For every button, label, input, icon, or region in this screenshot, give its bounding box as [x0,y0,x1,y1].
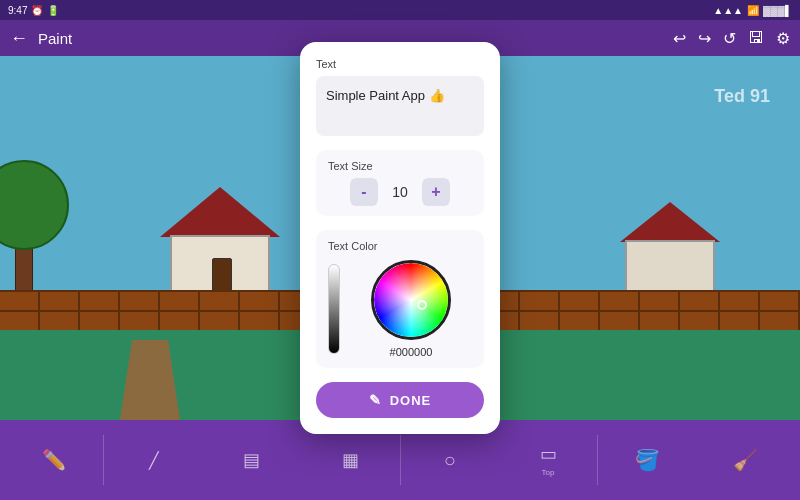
text-size-label: Text Size [328,160,472,172]
bucket-tool[interactable]: 🪣 [600,428,694,492]
color-wheel-container: #000000 [350,260,472,358]
text-input-area[interactable]: Simple Paint App 👍 [316,76,484,136]
done-button[interactable]: ✎ DONE [316,382,484,418]
save-button[interactable]: 🖫 [748,29,764,47]
line-icon: ╱ [149,451,159,470]
done-icon: ✎ [369,392,382,408]
rect-icon: ▭ [540,443,557,465]
dialog-overlay: Text Simple Paint App 👍 Text Size - 10 +… [0,56,800,420]
wifi-icon: ▲▲▲ [713,5,743,16]
grid-tool[interactable]: ▦ [303,428,397,492]
battery-icon: 🔋 [47,5,59,16]
pencil-tool[interactable]: ✏️ [7,428,101,492]
eraser-tool[interactable]: 🧹 [699,428,793,492]
rect-tool[interactable]: ▭ Top [501,428,595,492]
color-picker-area: #000000 [328,260,472,358]
fill-lines-icon: ▤ [243,449,260,471]
time-display: 9:47 [8,5,27,16]
status-bar-left: 9:47 ⏰ 🔋 [8,5,59,16]
text-color-section: Text Color [316,230,484,368]
svg-point-2 [376,265,446,335]
text-color-label: Text Color [328,240,472,252]
color-wheel[interactable] [371,260,451,340]
text-dialog: Text Simple Paint App 👍 Text Size - 10 +… [300,42,500,434]
back-button[interactable]: ← [10,28,28,49]
status-bar-right: ▲▲▲ 📶 ▓▓▓▌ [713,5,792,16]
grid-icon: ▦ [342,449,359,471]
reset-button[interactable]: ↺ [723,29,736,48]
text-section-label: Text [316,58,484,70]
ellipse-icon: ○ [444,449,456,472]
settings-button[interactable]: ⚙ [776,29,790,48]
decrement-size-button[interactable]: - [350,178,378,206]
eraser-icon: 🧹 [733,448,758,472]
fill-lines-tool[interactable]: ▤ [205,428,299,492]
signal-bars: 📶 [747,5,759,16]
increment-size-button[interactable]: + [422,178,450,206]
done-label: DONE [390,393,432,408]
divider-3 [597,435,598,485]
text-input-value: Simple Paint App 👍 [326,88,445,103]
status-bar: 9:47 ⏰ 🔋 ▲▲▲ 📶 ▓▓▓▌ [0,0,800,20]
rect-tool-label: Top [542,468,555,477]
divider-2 [400,435,401,485]
bucket-icon: 🪣 [635,448,660,472]
line-tool[interactable]: ╱ [106,428,200,492]
undo-button[interactable]: ↩ [673,29,686,48]
brightness-strip[interactable] [328,264,340,354]
ellipse-tool[interactable]: ○ [403,428,497,492]
battery-level: ▓▓▓▌ [763,5,792,16]
redo-button[interactable]: ↪ [698,29,711,48]
divider-1 [103,435,104,485]
text-size-controls: - 10 + [328,178,472,206]
color-hex-value: #000000 [390,346,433,358]
size-value-display: 10 [388,184,412,200]
alarm-icon: ⏰ [31,5,43,16]
text-size-section: Text Size - 10 + [316,150,484,216]
toolbar-actions: ↩ ↪ ↺ 🖫 ⚙ [673,29,790,48]
pencil-icon: ✏️ [42,448,67,472]
